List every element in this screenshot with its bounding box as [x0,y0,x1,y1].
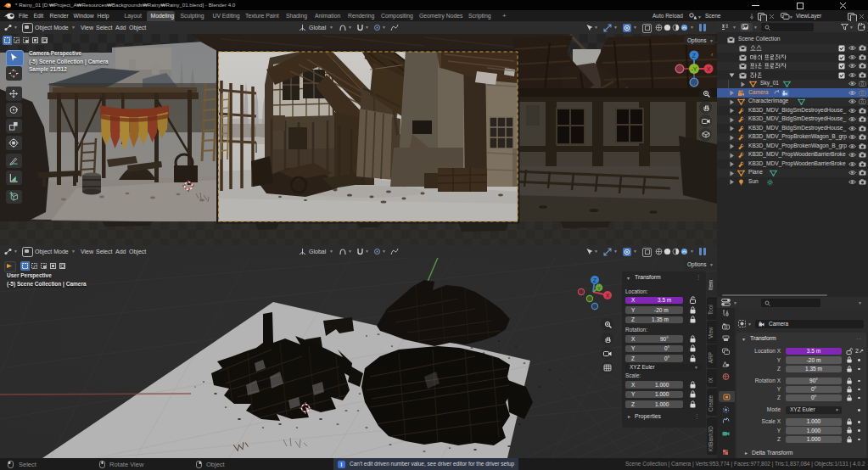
svg-text:Z: Z [593,277,597,283]
svg-text:Z: Z [692,53,697,59]
svg-text:X: X [606,293,610,299]
svg-text:Y: Y [597,286,601,291]
svg-text:-Y: -Y [692,66,697,72]
svg-text:X: X [707,66,711,72]
